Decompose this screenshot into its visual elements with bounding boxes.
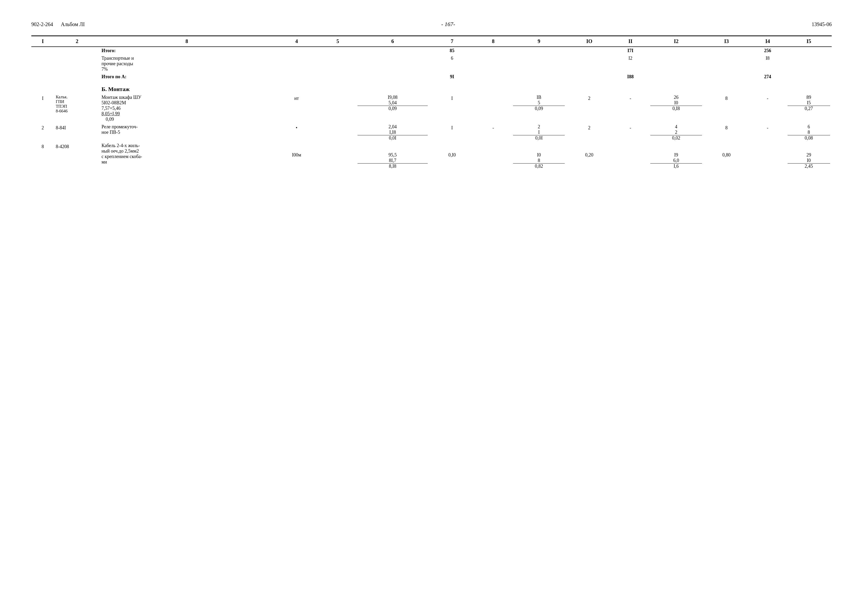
- dr3-c11: [612, 142, 649, 170]
- dr2-c11: -: [612, 123, 649, 142]
- dr1-desc5: 0,09: [101, 116, 272, 122]
- dr2-desc1: Реле промежуточ-: [101, 124, 272, 130]
- dr2-c12-main: 4: [650, 124, 702, 130]
- dr1-c5: [320, 94, 356, 123]
- col-header-5: 5: [320, 36, 356, 47]
- trans-c10: [566, 55, 612, 73]
- dr1-c6: I9,08 5,04 0,09: [356, 94, 429, 123]
- trans-c15: [786, 55, 832, 73]
- itogoa-c15: [786, 73, 832, 80]
- col-header-4: 4: [274, 36, 320, 47]
- montaj-c3: Б. Монтаж: [100, 80, 274, 94]
- trans-c4: [274, 55, 320, 73]
- dr3-c1: 8: [31, 142, 54, 170]
- itogoa-c10: [566, 73, 612, 80]
- itogo-c3: Итого:: [100, 47, 274, 55]
- dr1-c15: 89 I5 0,27: [786, 94, 832, 123]
- itogo-c15: [786, 47, 832, 55]
- dr3-c10: 0,20: [566, 142, 612, 170]
- col-header-9: 9: [512, 36, 566, 47]
- itogo-c13: [704, 47, 749, 55]
- itogo-c2: [54, 47, 100, 55]
- dr3-c9-frac: 8 0,82: [513, 158, 565, 169]
- dr2-c12: 4 2 0,02: [649, 123, 704, 142]
- itogo-c4: [274, 47, 320, 55]
- trans-c3: Транспортные и прочие расходы 7%: [100, 55, 274, 73]
- dr2-c6-den: 0,0I: [389, 135, 397, 141]
- trans-c11: I2: [612, 55, 649, 73]
- dr3-c12-frac: 6,0 I,6: [650, 158, 702, 169]
- dr3-c15-frac: I0 2,45: [787, 158, 830, 169]
- dr3-c5: [320, 142, 356, 170]
- dr3-c6-den: 8,I8: [389, 163, 397, 169]
- dr3-c2: 8-4208: [54, 142, 100, 170]
- dr2-c9-frac: I 0,0I: [513, 130, 565, 141]
- column-header-row: I 2 8 4 5 6 7 8 9 IO II I2 I3 I4 I5: [31, 36, 832, 47]
- dr3-c12-den: I,6: [674, 163, 679, 169]
- col-header-6: 6: [356, 36, 429, 47]
- montaj-c1: [31, 80, 54, 94]
- dr3-c9-den: 0,82: [535, 163, 543, 169]
- dr1-c15-num: I5: [787, 100, 830, 106]
- dr1-c9-den: 0,09: [535, 106, 543, 112]
- itogoa-c11: I88: [612, 73, 649, 80]
- dr2-c15-main: 6: [787, 124, 830, 130]
- itogoa-c12: [649, 73, 704, 80]
- data-row-3: 8 8-4208 Кабель 2-4-х жиль- ный оеч.до 2…: [31, 142, 832, 170]
- dr1-c4: нт: [274, 94, 320, 123]
- itogo-c9: [512, 47, 566, 55]
- dr3-c9-main: I0: [513, 152, 565, 158]
- dr1-desc3: 7,57+5,46: [101, 105, 272, 111]
- dr1-c1: I: [31, 94, 54, 123]
- montaj-header-row: Б. Монтаж: [31, 80, 832, 94]
- dr2-c9: 2 I 0,0I: [512, 123, 566, 142]
- data-row-2: 2 8-84I Реле промежуточ- ное ПВ-5 • 2,04…: [31, 123, 832, 142]
- itogoa-c4: [274, 73, 320, 80]
- dr1-c14: -: [749, 94, 786, 123]
- dr3-c15-num: I0: [787, 158, 830, 163]
- itogo-c1: [31, 47, 54, 55]
- dr2-c3: Реле промежуточ- ное ПВ-5: [100, 123, 274, 142]
- dr3-c13: 0,80: [704, 142, 749, 170]
- dr1-desc4: 8,05+I,99: [101, 111, 272, 116]
- itogo-c12: [649, 47, 704, 55]
- dr3-desc1: Кабель 2-4-х жиль-: [101, 143, 272, 148]
- trans-c8: [475, 55, 512, 73]
- dr1-c9-num: 5: [513, 100, 565, 106]
- itogoa-c8: [475, 73, 512, 80]
- dr2-c15-den: 0,08: [805, 135, 813, 141]
- dr1-c9-main: IB: [513, 95, 565, 100]
- col-header-15: I5: [786, 36, 832, 47]
- dr1-c12-frac: I0 0,I8: [650, 100, 702, 112]
- col-header-11: II: [612, 36, 649, 47]
- trans-c1: [31, 55, 54, 73]
- itogo-c5: [320, 47, 356, 55]
- itogo-c7: 85: [429, 47, 475, 55]
- dr1-c12: 26 I0 0,I8: [649, 94, 704, 123]
- col-header-2: 2: [54, 36, 100, 47]
- dr1-c6-den: 0,09: [389, 106, 397, 112]
- itogoa-c13: [704, 73, 749, 80]
- col-header-13: I3: [704, 36, 749, 47]
- col-header-7: 7: [429, 36, 475, 47]
- montaj-c2: [54, 80, 100, 94]
- dr2-c2: 8-84I: [54, 123, 100, 142]
- dr3-c9-num: 8: [513, 158, 565, 163]
- itogoa-c6: [356, 73, 429, 80]
- dr3-c12-num: 6,0: [650, 158, 702, 163]
- itogoa-c9: [512, 73, 566, 80]
- data-row-1: I Калък. ГПИ ТПЭП 8-6646 Монтаж шкафа ШУ…: [31, 94, 832, 123]
- dr3-c7: 0,I0: [429, 142, 475, 170]
- dr2-c9-num: I: [513, 130, 565, 135]
- doc-number: 902-2-264: [31, 21, 53, 27]
- itogo-c8: [475, 47, 512, 55]
- dr2-c12-den: 0,02: [672, 135, 680, 141]
- dr2-c9-main: 2: [513, 124, 565, 130]
- dr3-c15-main: 29: [787, 152, 830, 158]
- dr1-c7: I: [429, 94, 475, 123]
- dr3-c6-frac: 8I,7 8,I8: [357, 158, 427, 169]
- trans-c14: I8: [749, 55, 786, 73]
- col-header-12: I2: [649, 36, 704, 47]
- dr1-c15-den: 0,27: [805, 106, 813, 112]
- dr1-c2: Калък. ГПИ ТПЭП 8-6646: [54, 94, 100, 123]
